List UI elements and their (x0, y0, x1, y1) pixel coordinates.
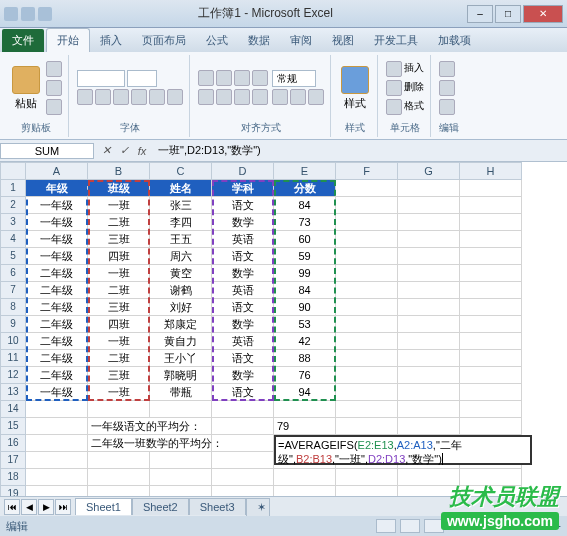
align-top-icon[interactable] (198, 70, 214, 86)
cell[interactable]: 语文 (212, 299, 274, 316)
cell[interactable]: 一班 (88, 197, 150, 214)
cell[interactable]: 二年级 (26, 316, 88, 333)
cut-icon[interactable] (46, 61, 62, 77)
cell[interactable] (336, 316, 398, 333)
font-name[interactable] (77, 70, 125, 87)
row-header[interactable]: 8 (0, 299, 26, 316)
cell[interactable]: 二年级 (26, 265, 88, 282)
col-header[interactable]: G (398, 162, 460, 180)
close-button[interactable]: ✕ (523, 5, 563, 23)
row-header[interactable]: 9 (0, 316, 26, 333)
cell[interactable] (212, 435, 274, 452)
cell[interactable] (460, 418, 522, 435)
fill-icon[interactable] (149, 89, 165, 105)
cell[interactable] (460, 333, 522, 350)
cell[interactable]: 三班 (88, 299, 150, 316)
cell[interactable]: 三班 (88, 367, 150, 384)
cell[interactable]: 90 (274, 299, 336, 316)
cell[interactable]: 一班 (88, 265, 150, 282)
cell[interactable] (336, 350, 398, 367)
qat-icon[interactable] (4, 7, 18, 21)
row-header[interactable]: 13 (0, 384, 26, 401)
qat-icon[interactable] (21, 7, 35, 21)
cell[interactable] (26, 401, 88, 418)
prev-sheet-icon[interactable]: ◀ (21, 499, 37, 515)
cell[interactable] (274, 401, 336, 418)
row-header[interactable]: 14 (0, 401, 26, 418)
cell[interactable]: 郑康定 (150, 316, 212, 333)
cell[interactable] (460, 214, 522, 231)
tab-review[interactable]: 审阅 (280, 29, 322, 52)
cell[interactable] (212, 452, 274, 469)
cell[interactable]: 英语 (212, 282, 274, 299)
merge-icon[interactable] (252, 89, 268, 105)
percent-icon[interactable] (290, 89, 306, 105)
name-box[interactable]: SUM (0, 143, 94, 159)
cell[interactable]: 语文 (212, 384, 274, 401)
cell[interactable]: 黄空 (150, 265, 212, 282)
cell[interactable] (460, 469, 522, 486)
cell[interactable]: 李四 (150, 214, 212, 231)
row-header[interactable]: 11 (0, 350, 26, 367)
cell[interactable]: 数学 (212, 367, 274, 384)
cell[interactable] (336, 265, 398, 282)
cell[interactable] (398, 197, 460, 214)
cell[interactable] (398, 401, 460, 418)
sheet-tab[interactable]: Sheet2 (132, 498, 189, 515)
cell[interactable] (150, 469, 212, 486)
cell[interactable] (212, 469, 274, 486)
cell[interactable]: 英语 (212, 333, 274, 350)
cell[interactable]: 周六 (150, 248, 212, 265)
zoom-slider[interactable] (491, 524, 551, 528)
cell[interactable] (460, 367, 522, 384)
cell[interactable] (274, 469, 336, 486)
tab-file[interactable]: 文件 (2, 29, 44, 52)
cell[interactable] (336, 418, 398, 435)
bold-icon[interactable] (77, 89, 93, 105)
cell[interactable] (336, 469, 398, 486)
cell[interactable]: 郭晓明 (150, 367, 212, 384)
row-header[interactable]: 7 (0, 282, 26, 299)
cell[interactable] (460, 231, 522, 248)
tab-formulas[interactable]: 公式 (196, 29, 238, 52)
cell[interactable]: 分数 (274, 180, 336, 197)
cell[interactable]: 60 (274, 231, 336, 248)
cell[interactable] (398, 214, 460, 231)
copy-icon[interactable] (46, 80, 62, 96)
col-header[interactable]: F (336, 162, 398, 180)
cell[interactable] (26, 418, 88, 435)
row-header[interactable]: 4 (0, 231, 26, 248)
cell[interactable] (26, 435, 88, 452)
view-layout-icon[interactable] (400, 519, 420, 533)
enter-icon[interactable]: ✓ (116, 143, 132, 159)
cell[interactable] (88, 452, 150, 469)
cell[interactable] (398, 180, 460, 197)
cell[interactable]: 年级 (26, 180, 88, 197)
cell[interactable]: 语文 (212, 248, 274, 265)
cell[interactable] (460, 350, 522, 367)
row-header[interactable]: 5 (0, 248, 26, 265)
cell[interactable]: 84 (274, 282, 336, 299)
cell[interactable]: 刘好 (150, 299, 212, 316)
cell[interactable]: 二年级 (26, 299, 88, 316)
cell[interactable]: 88 (274, 350, 336, 367)
cancel-icon[interactable]: ✕ (98, 143, 114, 159)
tab-addins[interactable]: 加载项 (428, 29, 481, 52)
row-header[interactable]: 12 (0, 367, 26, 384)
cell[interactable]: 42 (274, 333, 336, 350)
italic-icon[interactable] (95, 89, 111, 105)
formula-input[interactable]: 一班",D2:D13,"数学") (154, 142, 567, 159)
cell[interactable]: 班级 (88, 180, 150, 197)
cell[interactable] (336, 401, 398, 418)
row-header[interactable]: 18 (0, 469, 26, 486)
cell[interactable] (336, 367, 398, 384)
sheet-tab[interactable]: Sheet3 (189, 498, 246, 515)
font-color-icon[interactable] (167, 89, 183, 105)
col-header[interactable]: E (274, 162, 336, 180)
cell[interactable] (398, 231, 460, 248)
cell[interactable]: 一年级 (26, 214, 88, 231)
new-sheet-icon[interactable]: ✶ (246, 498, 270, 516)
wrap-icon[interactable] (252, 70, 268, 86)
cell[interactable]: 一年级 (26, 197, 88, 214)
align-left-icon[interactable] (198, 89, 214, 105)
